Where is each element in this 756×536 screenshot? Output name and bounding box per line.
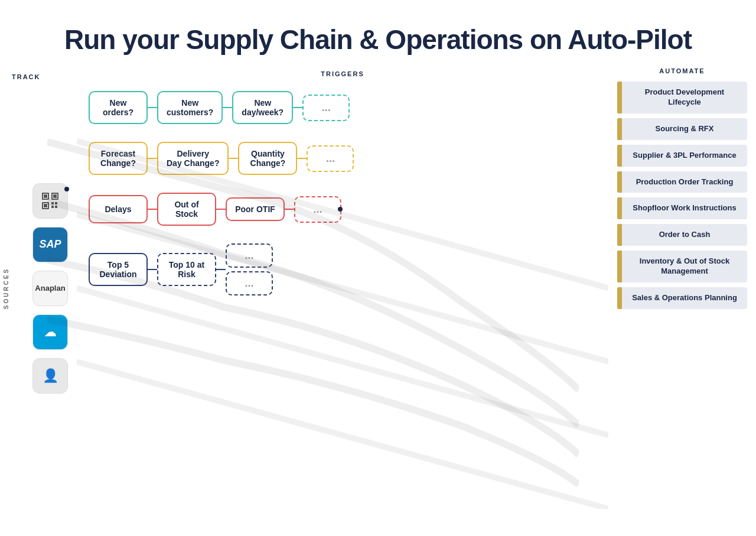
- connector-3a: [148, 209, 157, 210]
- source-icon-sap[interactable]: SAP: [32, 227, 68, 262]
- svg-rect-2: [44, 194, 47, 198]
- person-label: 👤: [43, 368, 58, 384]
- trigger-row-4: Top 5Deviation Top 10 atRisk ... ...: [89, 243, 608, 295]
- automate-item-supplier[interactable]: Supplier & 3PL Performance: [617, 145, 747, 167]
- trigger-ellipsis-2[interactable]: ...: [307, 145, 354, 172]
- automate-bar: [617, 197, 622, 219]
- automate-bar: [617, 82, 622, 113]
- automate-item-production[interactable]: Production Order Tracking: [617, 171, 747, 193]
- trigger-new-customers[interactable]: Newcustomers?: [157, 91, 223, 124]
- automate-item-shopfloor[interactable]: Shopfloor Work Instructions: [617, 197, 747, 219]
- trigger-quantity-change[interactable]: QuantityChange?: [238, 142, 297, 175]
- automate-items-list: Product Development Lifecycle Sourcing &…: [617, 82, 747, 309]
- source-icon-person[interactable]: 👤: [32, 358, 68, 394]
- triggers-column: TRIGGERS Neworders? Newcustomers? Newday…: [77, 67, 608, 509]
- automate-bar: [617, 287, 622, 309]
- connector-3c: [285, 209, 294, 210]
- trigger-new-day-week[interactable]: Newday/week?: [232, 91, 293, 124]
- trigger-row-2: ForecastChange? DeliveryDay Change? Quan…: [89, 142, 608, 175]
- trigger-ellipsis-group: ... ...: [226, 243, 273, 295]
- trigger-top5-deviation[interactable]: Top 5Deviation: [89, 253, 148, 286]
- dot-indicator: [64, 187, 69, 191]
- page-title: Run your Supply Chain & Operations on Au…: [0, 0, 756, 67]
- automate-item-sourcing[interactable]: Sourcing & RFX: [617, 118, 747, 140]
- automate-text-order-to-cash: Order to Cash: [622, 224, 747, 246]
- connector-4b: [216, 269, 226, 270]
- svg-rect-5: [53, 194, 57, 198]
- trigger-top10-at-risk[interactable]: Top 10 atRisk: [157, 253, 216, 286]
- trigger-ellipsis-3[interactable]: ...: [294, 196, 341, 223]
- trigger-forecast-change[interactable]: ForecastChange?: [89, 142, 148, 175]
- trigger-rows: Neworders? Newcustomers? Newday/week? ..…: [89, 91, 608, 295]
- connector-2a: [148, 158, 157, 159]
- connector-4a: [148, 269, 157, 270]
- track-label: TRACK: [12, 73, 41, 80]
- trigger-row-3: Delays Out ofStock Poor OTIF ...: [89, 193, 608, 226]
- salesforce-label: ☁: [44, 325, 56, 339]
- connector-2b: [229, 158, 238, 159]
- automate-item-product-dev[interactable]: Product Development Lifecycle: [617, 82, 747, 113]
- svg-rect-10: [55, 202, 57, 204]
- trigger-ellipsis-4b[interactable]: ...: [226, 271, 273, 295]
- automate-bar: [617, 145, 622, 167]
- trigger-delays[interactable]: Delays: [89, 195, 148, 223]
- source-icon-qr[interactable]: [32, 183, 68, 219]
- trigger-poor-otif[interactable]: Poor OTIF: [226, 197, 285, 221]
- trigger-out-of-stock[interactable]: Out ofStock: [157, 193, 216, 226]
- automate-text-sales-ops: Sales & Operations Planning: [622, 287, 747, 309]
- connector-1c: [293, 107, 302, 108]
- trigger-row-1: Neworders? Newcustomers? Newday/week? ..…: [89, 91, 608, 124]
- automate-text-shopfloor: Shopfloor Work Instructions: [622, 197, 747, 219]
- automate-text-supplier: Supplier & 3PL Performance: [622, 145, 747, 167]
- automate-text-product-dev: Product Development Lifecycle: [622, 82, 747, 113]
- automate-bar: [617, 171, 622, 193]
- connector-3b: [216, 209, 226, 210]
- automate-text-inventory: Inventory & Out of Stock Management: [622, 251, 747, 282]
- automate-item-order-to-cash[interactable]: Order to Cash: [617, 224, 747, 246]
- source-icon-salesforce[interactable]: ☁: [32, 314, 68, 350]
- automate-column: AUTOMATE Product Development Lifecycle S…: [608, 67, 756, 509]
- triggers-label: TRIGGERS: [321, 70, 364, 77]
- sap-label: SAP: [39, 238, 61, 251]
- connector-1b: [223, 107, 232, 108]
- svg-rect-12: [55, 206, 57, 208]
- sources-label: SOURCES: [3, 267, 9, 308]
- dot-indicator-row3: [338, 207, 343, 212]
- source-icons-list: SAP Anaplan ☁ 👤: [32, 183, 68, 394]
- trigger-ellipsis-4a[interactable]: ...: [226, 243, 273, 268]
- automate-label: AUTOMATE: [617, 67, 747, 74]
- connector-2c: [297, 158, 307, 159]
- automate-text-sourcing: Sourcing & RFX: [622, 118, 747, 140]
- svg-rect-9: [51, 202, 54, 204]
- automate-text-production: Production Order Tracking: [622, 171, 747, 193]
- source-icon-anaplan[interactable]: Anaplan: [32, 271, 68, 306]
- trigger-new-orders[interactable]: Neworders?: [89, 91, 148, 124]
- automate-bar: [617, 118, 622, 140]
- sources-column: TRACK SOURCES: [0, 67, 77, 509]
- svg-rect-8: [44, 204, 47, 207]
- trigger-ellipsis-1[interactable]: ...: [302, 95, 350, 121]
- connector-1a: [148, 107, 157, 108]
- trigger-delivery-day-change[interactable]: DeliveryDay Change?: [157, 142, 229, 175]
- automate-item-inventory[interactable]: Inventory & Out of Stock Management: [617, 251, 747, 282]
- svg-rect-11: [51, 206, 54, 208]
- anaplan-label: Anaplan: [35, 284, 65, 293]
- automate-bar: [617, 251, 622, 282]
- automate-item-sales-ops[interactable]: Sales & Operations Planning: [617, 287, 747, 309]
- automate-bar: [617, 224, 622, 246]
